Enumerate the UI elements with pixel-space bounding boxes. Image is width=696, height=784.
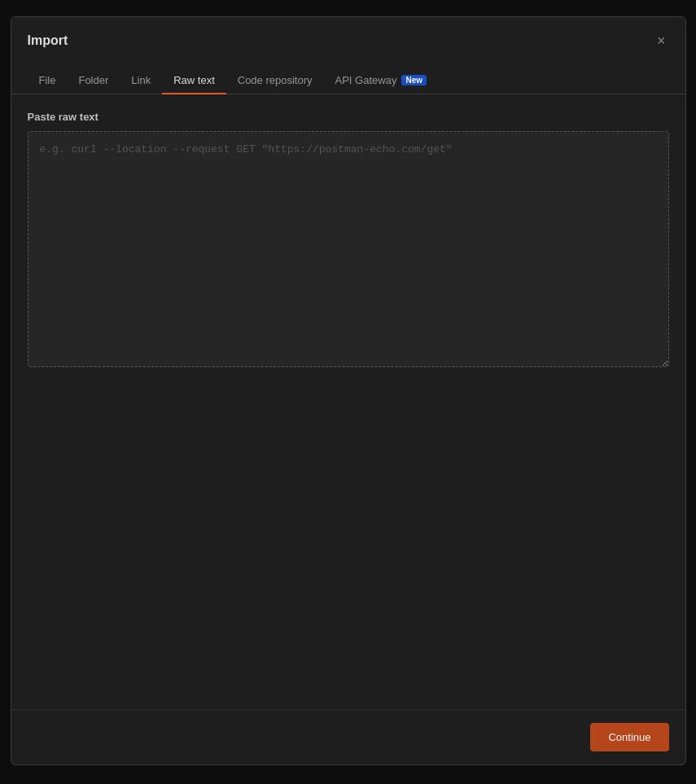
close-button[interactable]: × — [654, 30, 669, 51]
tabs-bar: File Folder Link Raw text Code repositor… — [11, 58, 685, 94]
import-modal: Import × File Folder Link Raw text Code … — [11, 16, 686, 765]
continue-button[interactable]: Continue — [590, 723, 668, 751]
tab-api-gateway[interactable]: API Gateway New — [324, 68, 438, 94]
tab-file[interactable]: File — [28, 68, 68, 94]
tab-folder[interactable]: Folder — [67, 68, 120, 94]
modal-title: Import — [28, 33, 68, 48]
modal-header: Import × — [11, 17, 685, 51]
new-badge: New — [401, 75, 427, 85]
modal-body: Paste raw text — [11, 94, 685, 709]
tab-code-repository[interactable]: Code repository — [226, 68, 324, 94]
section-label: Paste raw text — [28, 111, 669, 123]
tab-raw-text[interactable]: Raw text — [162, 68, 226, 94]
tab-link[interactable]: Link — [120, 68, 162, 94]
raw-text-input[interactable] — [28, 131, 669, 367]
modal-overlay: Import × File Folder Link Raw text Code … — [0, 0, 696, 784]
modal-footer: Continue — [11, 709, 685, 764]
